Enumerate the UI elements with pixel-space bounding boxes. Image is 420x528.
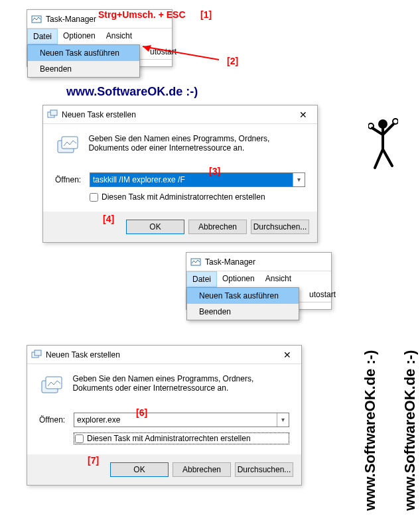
menu-optionen[interactable]: Optionen (58, 29, 101, 44)
close-button[interactable]: ✕ (293, 108, 313, 121)
task-manager-window-2: Task-Manager Datei Optionen Ansicht Neue… (186, 252, 332, 310)
admin-check-label: Diesen Task mit Administratorrechten ers… (102, 192, 265, 202)
annotation-3: [3] (209, 166, 220, 176)
svg-point-12 (378, 119, 387, 129)
menu-datei[interactable]: Datei (27, 29, 58, 44)
arrow-to-2 (133, 40, 226, 66)
annotation-2: [2] (227, 56, 238, 66)
open-label: Öffnen: (55, 175, 90, 184)
watermark-vertical-1: www.SoftwareOK.de :-) (362, 350, 379, 511)
watermark-vertical-2: www.SoftwareOK.de :-) (401, 350, 419, 511)
admin-checkbox[interactable] (90, 193, 98, 202)
annotation-4: [4] (103, 214, 114, 224)
window-title: Neuen Task erstellen (46, 350, 120, 360)
annotation-6: [6] (136, 407, 147, 418)
taskmgr-icon (31, 14, 42, 25)
taskmgr-icon (190, 257, 201, 267)
svg-point-14 (393, 119, 398, 124)
run-icon (47, 109, 58, 120)
annotation-1: [1] (200, 9, 212, 20)
window-title: Neuen Task erstellen (62, 110, 136, 119)
cancel-button[interactable]: Abbrechen (173, 462, 231, 477)
run-body-icon (39, 374, 64, 399)
run-icon (31, 350, 42, 360)
menu-optionen[interactable]: Optionen (217, 271, 260, 287)
run-dialog-2: Neuen Task erstellen ✕ Geben Sie den Nam… (27, 345, 302, 486)
annotation-7: [7] (88, 455, 99, 466)
browse-button[interactable]: Durchsuchen... (235, 462, 293, 477)
menu-datei[interactable]: Datei (186, 271, 217, 287)
open-combo[interactable]: ▾ (90, 172, 305, 187)
admin-checkbox[interactable] (75, 434, 84, 443)
close-button[interactable]: ✕ (277, 348, 297, 362)
ok-button[interactable]: OK (126, 220, 184, 234)
dropdown-beenden[interactable]: Beenden (187, 304, 299, 320)
open-input[interactable] (74, 413, 277, 427)
menu-ansicht[interactable]: Ansicht (260, 271, 297, 287)
run-body-icon (55, 134, 80, 159)
svg-rect-4 (50, 110, 57, 115)
titlebar: Task-Manager (186, 253, 331, 271)
decorative-figure-icon (368, 116, 398, 182)
window-title: Task-Manager (46, 15, 96, 24)
dropdown-new-task[interactable]: Neuen Task ausführen (187, 288, 299, 304)
chevron-down-icon[interactable]: ▾ (293, 173, 305, 186)
datei-dropdown: Neuen Task ausführen Beenden (186, 287, 299, 320)
admin-check-label: Diesen Task mit Administratorrechten ers… (87, 434, 251, 443)
menu-ansicht[interactable]: Ansicht (101, 29, 137, 44)
run-dialog-1: Neuen Task erstellen ✕ Geben Sie den Nam… (42, 105, 318, 243)
tab-autostart-partial[interactable]: utostart (303, 287, 342, 302)
titlebar: Neuen Task erstellen ✕ (43, 105, 317, 124)
dropdown-new-task[interactable]: Neuen Task ausführen (28, 45, 139, 61)
open-input[interactable] (90, 173, 293, 186)
open-label: Öffnen: (39, 415, 74, 425)
button-row: OK Abbrechen Durchsuchen... (27, 454, 301, 485)
titlebar: Neuen Task erstellen ✕ (27, 346, 301, 364)
run-description: Geben Sie den Namen eines Programms, Ord… (72, 374, 285, 393)
svg-point-13 (368, 123, 374, 129)
menubar: Datei Optionen Ansicht (186, 271, 331, 287)
run-description: Geben Sie den Namen eines Programms, Ord… (88, 134, 301, 153)
ok-button[interactable]: OK (110, 462, 169, 477)
window-title: Task-Manager (205, 257, 255, 267)
chevron-down-icon[interactable]: ▾ (277, 413, 289, 427)
button-row: OK Abbrechen Durchsuchen... (43, 212, 317, 242)
datei-dropdown: Neuen Task ausführen Beenden (27, 44, 140, 78)
browse-button[interactable]: Durchsuchen... (251, 220, 309, 234)
watermark-horizontal: www.SoftwareOK.de :-) (66, 85, 198, 99)
shortcut-annotation: Strg+Umsch. + ESC (98, 9, 186, 20)
svg-rect-9 (35, 350, 41, 356)
svg-line-1 (143, 46, 219, 60)
cancel-button[interactable]: Abbrechen (188, 220, 247, 234)
open-combo[interactable]: ▾ (74, 413, 289, 427)
dropdown-beenden[interactable]: Beenden (28, 61, 139, 77)
